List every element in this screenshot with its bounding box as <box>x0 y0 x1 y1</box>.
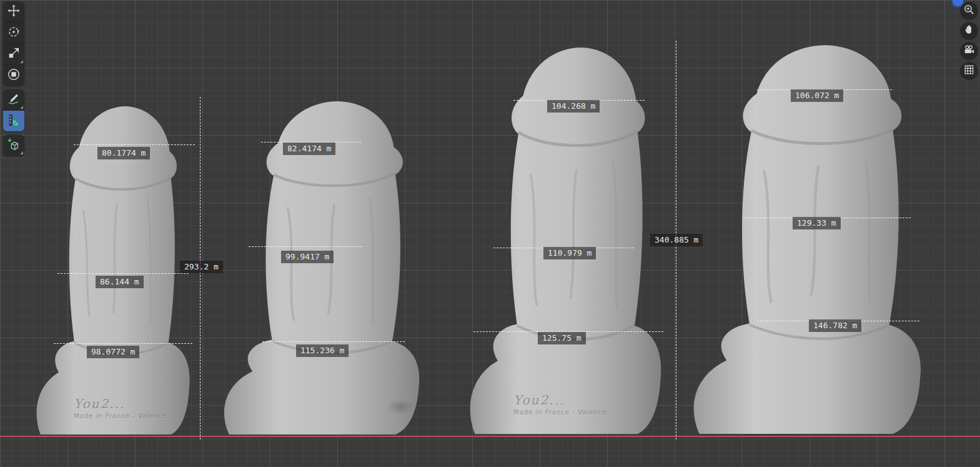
scale-icon <box>7 46 21 63</box>
sculpt-model-3[interactable] <box>463 39 662 438</box>
x-axis-line <box>0 436 980 437</box>
ruler-line-model4-base[interactable] <box>757 321 919 321</box>
ruler-line-model2-top[interactable] <box>261 142 361 143</box>
annotate-tool-button[interactable] <box>3 89 24 111</box>
move-tool-button[interactable] <box>3 1 24 23</box>
add-cube-tool-button[interactable] <box>3 135 24 156</box>
measure-tool-button[interactable] <box>3 111 24 131</box>
tool-bar <box>3 1 24 156</box>
ruler-line-model1-top[interactable] <box>74 144 195 145</box>
sculpt-model-4[interactable] <box>686 36 922 438</box>
blender-3d-viewport[interactable]: You2... Made in France - Valence You2...… <box>0 0 980 467</box>
pan-button[interactable] <box>960 22 978 40</box>
camera-icon <box>963 44 975 58</box>
camera-button[interactable] <box>960 42 978 60</box>
annotate-icon <box>7 92 21 108</box>
ruler-line-model2-mid[interactable] <box>249 246 362 247</box>
measure-icon <box>7 113 21 129</box>
ruler-line-model1-height[interactable] <box>200 97 200 439</box>
sculpt-model-2[interactable] <box>217 94 420 438</box>
ruler-line-model4-mid[interactable] <box>745 218 911 218</box>
ruler-line-model3-base[interactable] <box>473 331 663 332</box>
ruler-line-model1-base[interactable] <box>54 343 192 344</box>
scale-tool-button[interactable] <box>3 44 24 65</box>
ruler-line-model3-mid[interactable] <box>493 248 634 248</box>
rotate-icon <box>7 25 21 41</box>
hand-icon <box>963 24 975 38</box>
sculpt-model-1[interactable] <box>31 99 191 438</box>
move-icon <box>7 4 21 20</box>
transform-icon <box>7 68 21 84</box>
grid-view-button[interactable] <box>960 62 978 80</box>
zoom-button[interactable] <box>960 2 978 20</box>
transform-tool-button[interactable] <box>3 65 24 86</box>
grid-icon <box>963 64 975 78</box>
ruler-line-model4-top[interactable] <box>757 89 892 90</box>
ruler-line-model3-top[interactable] <box>513 100 645 101</box>
rotate-tool-button[interactable] <box>3 23 24 44</box>
viewport-nav-buttons <box>960 2 978 80</box>
model4-emboss-mark <box>923 394 952 410</box>
magnifier-plus-icon <box>963 4 975 18</box>
ruler-line-model3-height[interactable] <box>676 41 676 439</box>
ruler-line-model1-mid[interactable] <box>57 273 189 274</box>
add-cube-icon <box>7 138 21 154</box>
ruler-line-model2-base[interactable] <box>262 341 405 342</box>
